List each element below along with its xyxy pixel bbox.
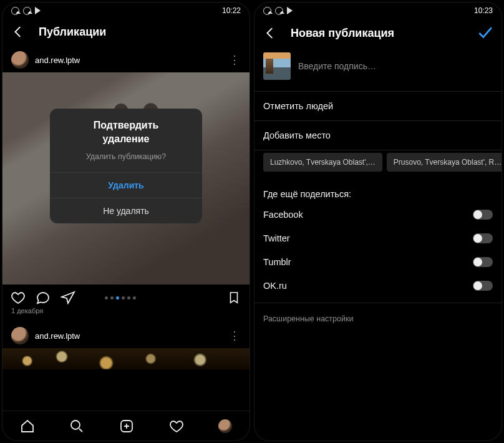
username[interactable]: and.rew.lptw (35, 56, 229, 65)
place-chip[interactable]: Luzhkovo, Tverskaya Oblast',… (263, 153, 382, 172)
more-options-button[interactable]: ⋮ (229, 53, 241, 67)
cancel-button[interactable]: Не удалять (50, 198, 202, 223)
left-phone: 10:22 Публикации and.rew.lptw ⋮ Подтверд… (2, 2, 250, 441)
search-tab[interactable] (69, 419, 84, 434)
confirm-button[interactable] (477, 25, 493, 41)
post-header: and.rew.lptw ⋮ (2, 47, 250, 72)
back-button[interactable] (263, 26, 277, 40)
status-time: 10:22 (222, 6, 241, 15)
bookmark-icon[interactable] (226, 290, 242, 306)
page-title: Публикации (39, 26, 106, 39)
share-section-title: Где ещё поделиться: (254, 179, 502, 203)
place-suggestions: Luzhkovo, Tverskaya Oblast',… Prusovo, T… (254, 150, 502, 179)
svg-point-0 (71, 421, 80, 429)
statusbar: 10:23 (254, 2, 502, 19)
more-options-button[interactable]: ⋮ (229, 329, 241, 343)
place-chip[interactable]: Prusovo, Tverskaya Oblast', R… (387, 153, 502, 172)
back-button[interactable] (11, 25, 25, 39)
toggle[interactable] (473, 210, 493, 220)
post-actions (2, 285, 250, 307)
viber-icon (23, 7, 31, 15)
add-place-row[interactable]: Добавить место (254, 120, 502, 150)
share-target-label: Twitter (263, 233, 290, 243)
bottom-tabbar (2, 411, 250, 441)
activity-tab[interactable] (169, 419, 184, 434)
share-icon[interactable] (60, 290, 76, 306)
comment-icon[interactable] (35, 290, 51, 306)
caption-input[interactable]: Введите подпись… (298, 61, 376, 71)
caption-row[interactable]: Введите подпись… (254, 50, 502, 91)
share-target-label: Tumblr (263, 257, 291, 267)
toggle[interactable] (473, 257, 493, 267)
post-image[interactable] (2, 348, 250, 369)
page-title: Новая публикация (291, 27, 463, 40)
carousel-indicator (85, 296, 155, 299)
toggle[interactable] (473, 281, 493, 291)
viber-icon (11, 7, 19, 15)
share-tumblr-row[interactable]: Tumblr (254, 250, 502, 274)
post-date: 1 декабря (2, 307, 250, 323)
modal-title: Подтвердить (50, 109, 202, 134)
post-header: and.rew.lptw ⋮ (2, 323, 250, 348)
share-facebook-row[interactable]: Facebook (254, 203, 502, 226)
home-tab[interactable] (20, 419, 35, 434)
profile-tab[interactable] (218, 419, 232, 433)
viber-icon (275, 7, 283, 15)
share-target-label: OK.ru (263, 281, 287, 291)
share-twitter-row[interactable]: Twitter (254, 226, 502, 250)
tag-people-row[interactable]: Отметить людей (254, 91, 502, 120)
statusbar: 10:22 (2, 2, 250, 19)
new-post-tab[interactable] (119, 419, 134, 434)
appbar: Новая публикация (254, 19, 502, 50)
modal-subtitle: Удалить публикацию? (50, 152, 202, 172)
avatar[interactable] (11, 327, 29, 344)
username[interactable]: and.rew.lptw (35, 331, 229, 341)
viber-icon (263, 7, 271, 15)
post-thumbnail[interactable] (263, 52, 291, 80)
appbar: Публикации (2, 19, 250, 47)
modal-title: удаление (50, 134, 202, 152)
play-store-icon (35, 7, 41, 14)
status-time: 10:23 (474, 6, 493, 15)
toggle[interactable] (473, 233, 493, 243)
confirm-delete-modal: Подтвердить удаление Удалить публикацию?… (50, 109, 202, 223)
avatar[interactable] (11, 51, 29, 69)
delete-button[interactable]: Удалить (50, 172, 202, 198)
like-icon[interactable] (10, 290, 26, 306)
share-okru-row[interactable]: OK.ru (254, 274, 502, 298)
right-phone: 10:23 Новая публикация Введите подпись… … (254, 2, 502, 441)
advanced-settings-row[interactable]: Расширенные настройки (254, 303, 502, 334)
play-store-icon (287, 7, 293, 14)
share-target-label: Facebook (263, 210, 303, 220)
